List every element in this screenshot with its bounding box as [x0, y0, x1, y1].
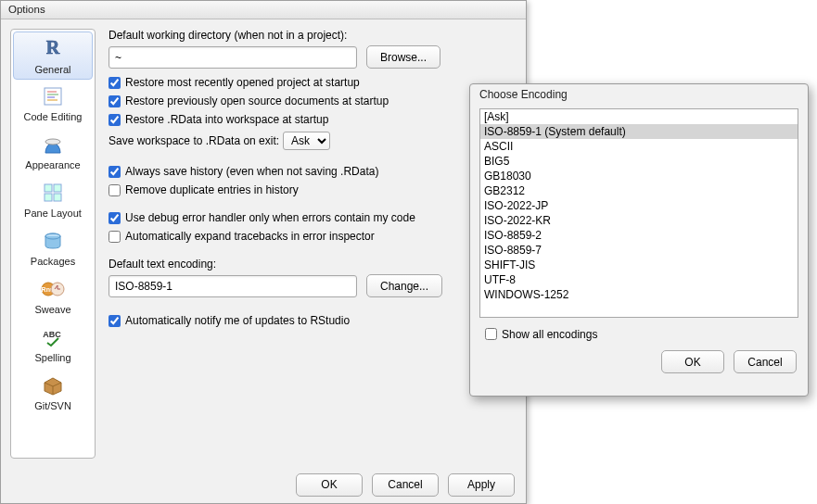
ok-button[interactable]: OK [296, 473, 363, 497]
sidebar-item-pane-layout[interactable]: Pane Layout [13, 176, 93, 224]
encoding-option[interactable]: ASCII [480, 139, 798, 154]
restore-project-label: Restore most recently opened project at … [125, 76, 360, 89]
cancel-button[interactable]: Cancel [372, 473, 439, 497]
code-editing-icon [40, 83, 66, 109]
debug-handler-checkbox[interactable] [109, 212, 121, 224]
always-history-checkbox[interactable] [109, 166, 121, 178]
sidebar-label-appearance: Appearance [13, 159, 93, 170]
encoding-input[interactable] [109, 275, 357, 297]
pane-layout-icon [40, 180, 66, 206]
packages-icon [40, 228, 66, 254]
browse-button[interactable]: Browse... [366, 45, 440, 69]
options-body: R General Code Editing [1, 19, 526, 466]
sidebar-label-packages: Packages [13, 256, 93, 267]
apply-button[interactable]: Apply [448, 473, 515, 497]
appearance-icon [40, 132, 66, 158]
restore-rdata-label: Restore .RData into workspace at startup [125, 113, 328, 126]
svg-text:ABC: ABC [43, 330, 61, 339]
restore-docs-label: Restore previously open source documents… [125, 94, 389, 107]
restore-project-checkbox[interactable] [109, 77, 121, 89]
encoding-option[interactable]: WINDOWS-1252 [480, 287, 798, 302]
sidebar-item-sweave[interactable]: Rnw Sweave [13, 272, 93, 321]
wd-label: Default working directory (when not in a… [109, 29, 507, 42]
encoding-dialog-title: Choose Encoding [470, 84, 808, 105]
always-history-label: Always save history (even when not savin… [125, 165, 378, 178]
encoding-option[interactable]: ISO-8859-7 [480, 243, 798, 258]
show-all-encodings-checkbox[interactable] [485, 328, 497, 340]
change-button[interactable]: Change... [366, 274, 442, 297]
git-svn-icon [40, 372, 66, 398]
encoding-option[interactable]: BIG5 [480, 154, 798, 169]
auto-expand-label: Automatically expand tracebacks in error… [125, 230, 375, 243]
auto-expand-checkbox[interactable] [109, 231, 121, 243]
encoding-option[interactable]: GB18030 [480, 169, 798, 183]
sidebar-label-pane-layout: Pane Layout [13, 208, 93, 219]
encoding-cancel-button[interactable]: Cancel [734, 350, 797, 373]
restore-docs-checkbox[interactable] [109, 95, 121, 107]
svg-point-6 [45, 139, 60, 145]
svg-text:R: R [46, 37, 60, 57]
debug-handler-label: Use debug error handler only when errors… [125, 211, 415, 224]
sidebar-label-git-svn: Git/SVN [13, 400, 93, 411]
save-ws-label: Save workspace to .RData on exit: [109, 134, 279, 147]
encoding-list[interactable]: [Ask]ISO-8859-1 (System default)ASCIIBIG… [479, 108, 798, 318]
choose-encoding-dialog: Choose Encoding [Ask]ISO-8859-1 (System … [469, 83, 809, 397]
options-title: Options [8, 4, 45, 15]
sidebar-label-spelling: Spelling [13, 352, 93, 363]
sweave-icon: Rnw [40, 276, 66, 302]
wd-input[interactable] [109, 46, 357, 69]
encoding-label: Default text encoding: [109, 258, 507, 271]
encoding-option[interactable]: [Ask] [480, 109, 798, 124]
sidebar-item-appearance[interactable]: Appearance [13, 128, 93, 176]
encoding-option[interactable]: ISO-2022-JP [480, 198, 798, 213]
sidebar-item-spelling[interactable]: ABC Spelling [13, 321, 93, 369]
options-dialog: Options R General [0, 0, 527, 504]
restore-rdata-checkbox[interactable] [109, 114, 121, 126]
options-content: Default working directory (when not in a… [96, 29, 517, 459]
spelling-icon: ABC [40, 324, 66, 350]
save-ws-select[interactable]: Ask [283, 132, 330, 150]
general-icon: R [40, 36, 66, 62]
sidebar-item-code-editing[interactable]: Code Editing [13, 80, 93, 128]
encoding-dialog-footer: OK Cancel [470, 343, 808, 381]
auto-notify-checkbox[interactable] [109, 315, 121, 327]
options-button-bar: OK Cancel Apply [1, 466, 526, 503]
options-sidebar: R General Code Editing [10, 29, 96, 459]
encoding-option[interactable]: ISO-8859-1 (System default) [480, 124, 798, 139]
encoding-option[interactable]: UTF-8 [480, 272, 798, 287]
sidebar-label-code-editing: Code Editing [13, 111, 93, 122]
encoding-option[interactable]: SHIFT-JIS [480, 258, 798, 272]
svg-rect-10 [54, 194, 61, 201]
auto-notify-label: Automatically notify me of updates to RS… [125, 314, 350, 327]
encoding-option[interactable]: ISO-2022-KR [480, 213, 798, 228]
options-titlebar: Options [1, 1, 526, 19]
svg-rect-8 [54, 184, 61, 192]
svg-rect-9 [45, 194, 52, 201]
show-all-encodings-label: Show all encodings [502, 328, 597, 341]
encoding-ok-button[interactable]: OK [661, 350, 724, 373]
remove-dup-checkbox[interactable] [109, 184, 121, 196]
encoding-option[interactable]: GB2312 [480, 183, 798, 198]
svg-rect-1 [45, 88, 61, 105]
sidebar-label-general: General [14, 64, 92, 75]
encoding-option[interactable]: ISO-8859-2 [480, 228, 798, 243]
svg-rect-7 [45, 184, 52, 192]
sidebar-item-packages[interactable]: Packages [13, 224, 93, 272]
sidebar-item-general[interactable]: R General [13, 32, 93, 80]
sidebar-label-sweave: Sweave [13, 304, 93, 315]
sidebar-item-git-svn[interactable]: Git/SVN [13, 369, 93, 417]
remove-dup-label: Remove duplicate entries in history [125, 183, 299, 196]
